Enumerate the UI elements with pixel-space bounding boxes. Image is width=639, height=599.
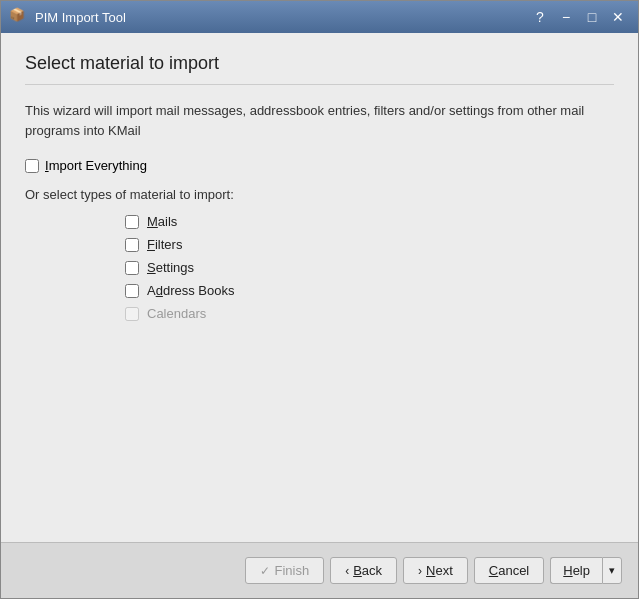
calendars-label: Calendars <box>147 306 206 321</box>
addressbooks-label[interactable]: Address Books <box>147 283 234 298</box>
import-everything-label[interactable]: Import Everything <box>25 158 147 173</box>
minimize-button[interactable]: − <box>554 5 578 29</box>
back-label: Back <box>353 563 382 578</box>
option-row-mails: Mails <box>125 214 614 229</box>
app-icon: 📦 <box>9 7 29 27</box>
settings-checkbox[interactable] <box>125 261 139 275</box>
help-dropdown-button[interactable]: ▾ <box>602 557 622 584</box>
option-row-addressbooks: Address Books <box>125 283 614 298</box>
finish-icon: ✓ <box>260 564 270 578</box>
title-bar-left: 📦 PIM Import Tool <box>9 7 126 27</box>
finish-button[interactable]: ✓ Finish <box>245 557 324 584</box>
settings-label[interactable]: Settings <box>147 260 194 275</box>
window-title: PIM Import Tool <box>35 10 126 25</box>
chevron-down-icon: ▾ <box>609 564 615 576</box>
page-title: Select material to import <box>25 53 614 85</box>
cancel-label: Cancel <box>489 563 529 578</box>
main-window: 📦 PIM Import Tool ? − □ ✕ Select materia… <box>0 0 639 599</box>
mails-checkbox[interactable] <box>125 215 139 229</box>
content-area: Select material to import This wizard wi… <box>1 33 638 542</box>
title-bar: 📦 PIM Import Tool ? − □ ✕ <box>1 1 638 33</box>
select-types-label: Or select types of material to import: <box>25 187 614 202</box>
help-button[interactable]: Help <box>550 557 602 584</box>
addressbooks-checkbox[interactable] <box>125 284 139 298</box>
maximize-button[interactable]: □ <box>580 5 604 29</box>
cancel-button[interactable]: Cancel <box>474 557 544 584</box>
title-bar-controls: ? − □ ✕ <box>528 5 630 29</box>
help-titlebar-button[interactable]: ? <box>528 5 552 29</box>
footer: ✓ Finish ‹ Back › Next Cancel Help <box>1 542 638 598</box>
close-button[interactable]: ✕ <box>606 5 630 29</box>
import-everything-row: Import Everything <box>25 158 614 173</box>
material-options: Mails Filters Settings Address Books <box>125 214 614 321</box>
help-label: Help <box>563 563 590 578</box>
next-icon: › <box>418 564 422 578</box>
import-everything-checkbox[interactable] <box>25 159 39 173</box>
import-everything-text: Import Everything <box>45 158 147 173</box>
description-text: This wizard will import mail messages, a… <box>25 101 614 140</box>
finish-label: Finish <box>274 563 309 578</box>
back-icon: ‹ <box>345 564 349 578</box>
mails-label[interactable]: Mails <box>147 214 177 229</box>
back-button[interactable]: ‹ Back <box>330 557 397 584</box>
next-button[interactable]: › Next <box>403 557 468 584</box>
option-row-calendars: Calendars <box>125 306 614 321</box>
next-label: Next <box>426 563 453 578</box>
option-row-filters: Filters <box>125 237 614 252</box>
help-button-group: Help ▾ <box>550 557 622 584</box>
option-row-settings: Settings <box>125 260 614 275</box>
import-everything-rest: mport Everything <box>49 158 147 173</box>
filters-label[interactable]: Filters <box>147 237 182 252</box>
filters-checkbox[interactable] <box>125 238 139 252</box>
calendars-checkbox[interactable] <box>125 307 139 321</box>
